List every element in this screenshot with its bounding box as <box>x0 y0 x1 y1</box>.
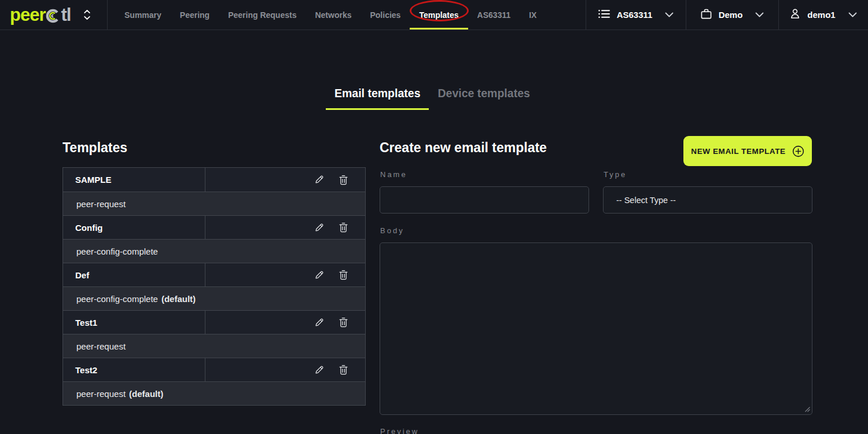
template-name: Test1 <box>63 311 205 334</box>
template-type: peer-config-complete <box>76 294 158 304</box>
chevron-down-icon <box>848 12 857 17</box>
template-type: peer-config-complete <box>76 247 158 256</box>
template-name: Def <box>63 263 205 286</box>
template-actions <box>205 168 365 192</box>
user-dropdown[interactable]: demo1 <box>778 0 868 30</box>
template-row: Test1 <box>63 310 365 334</box>
template-type-row: peer-config-complete (default) <box>63 286 365 310</box>
unfold-chevrons-icon[interactable] <box>83 9 91 20</box>
template-name: SAMPLE <box>63 168 205 192</box>
nav-item-policies[interactable]: Policies <box>361 0 410 30</box>
new-email-template-label: NEW EMAIL TEMPLATE <box>691 147 785 156</box>
template-type: peer-request <box>76 389 126 399</box>
chevron-down-icon <box>665 12 674 17</box>
type-select[interactable]: -- Select Type -- <box>603 186 812 214</box>
template-actions <box>205 263 365 286</box>
asn-dropdown[interactable]: AS63311 <box>586 0 686 30</box>
tab-email-templates[interactable]: Email templates <box>326 87 429 110</box>
template-type-row: peer-request <box>63 192 365 215</box>
template-row: Def <box>63 263 365 286</box>
nav-label: AS63311 <box>477 10 511 20</box>
nav-label: Networks <box>315 10 351 20</box>
nav-label: IX <box>529 10 536 20</box>
tab-device-templates[interactable]: Device templates <box>429 87 538 110</box>
template-default-suffix: (default) <box>129 389 163 399</box>
body-field-wrap <box>380 242 812 415</box>
template-type-row: peer-request <box>63 334 365 358</box>
template-name: Test2 <box>63 358 205 381</box>
user-label: demo1 <box>807 10 835 20</box>
template-type-row: peer-request (default) <box>63 381 365 405</box>
template-name: Config <box>63 216 205 239</box>
templates-list-title: Templates <box>62 140 127 156</box>
body-textarea[interactable] <box>380 242 812 415</box>
chevron-down-icon <box>755 12 764 17</box>
nav-label: Summary <box>124 10 161 20</box>
template-type: peer-request <box>76 199 126 209</box>
list-icon <box>598 9 610 21</box>
template-row: Config <box>63 215 365 239</box>
nav-label: Templates <box>419 10 458 20</box>
template-row: SAMPLE <box>63 168 365 192</box>
edit-icon[interactable] <box>314 223 324 233</box>
nav-item-templates[interactable]: Templates <box>410 0 468 30</box>
name-field-label: Name <box>380 170 407 179</box>
top-navbar: peer tl Summary Peering Peering Requests… <box>0 0 868 30</box>
edit-icon[interactable] <box>314 365 324 375</box>
type-select-value: -- Select Type -- <box>616 196 676 205</box>
header-spacer <box>546 0 586 30</box>
nav-item-ix[interactable]: IX <box>520 0 546 30</box>
logo-text-tl: tl <box>61 5 71 25</box>
create-template-title: Create new email template <box>380 140 547 156</box>
edit-icon[interactable] <box>314 318 324 328</box>
template-default-suffix: (default) <box>161 294 196 304</box>
delete-icon[interactable] <box>339 365 348 375</box>
type-field-label: Type <box>604 170 627 179</box>
name-input[interactable] <box>380 186 589 214</box>
org-dropdown[interactable]: Demo <box>686 0 778 30</box>
delete-icon[interactable] <box>339 317 348 328</box>
user-icon <box>790 8 800 21</box>
edit-icon[interactable] <box>314 270 324 280</box>
nav-item-summary[interactable]: Summary <box>115 0 171 30</box>
template-type-tabs: Email templates Device templates <box>326 87 539 110</box>
template-actions <box>205 216 365 239</box>
template-actions <box>205 358 365 381</box>
template-row: Test2 <box>63 358 365 381</box>
new-email-template-button[interactable]: NEW EMAIL TEMPLATE <box>683 136 812 166</box>
main-nav: Summary Peering Peering Requests Network… <box>108 0 546 30</box>
nav-item-networks[interactable]: Networks <box>306 0 361 30</box>
nav-item-peering[interactable]: Peering <box>171 0 219 30</box>
template-type-row: peer-config-complete <box>63 239 365 263</box>
org-label: Demo <box>719 10 743 20</box>
logo-block: peer tl <box>0 0 108 30</box>
nav-item-peering-requests[interactable]: Peering Requests <box>219 0 306 30</box>
logo-text-peer: peer <box>10 5 45 25</box>
briefcase-icon <box>701 9 712 21</box>
template-type: peer-request <box>76 341 126 351</box>
preview-section-label: Preview <box>380 427 419 434</box>
delete-icon[interactable] <box>339 270 348 280</box>
logo-c-ring-icon <box>46 9 60 25</box>
circle-plus-icon <box>792 145 804 157</box>
peerctl-logo[interactable]: peer tl <box>10 5 71 25</box>
edit-icon[interactable] <box>314 175 324 185</box>
asn-label: AS63311 <box>617 10 653 20</box>
nav-item-as63311[interactable]: AS63311 <box>468 0 520 30</box>
nav-label: Peering Requests <box>228 10 296 20</box>
body-field-label: Body <box>380 226 404 235</box>
template-actions <box>205 311 365 334</box>
delete-icon[interactable] <box>339 175 348 185</box>
delete-icon[interactable] <box>339 222 348 233</box>
templates-table: SAMPLE peer-request Config peer-config-c… <box>62 167 366 406</box>
nav-label: Policies <box>370 10 400 20</box>
active-nav-underline <box>410 28 468 30</box>
nav-label: Peering <box>180 10 209 20</box>
